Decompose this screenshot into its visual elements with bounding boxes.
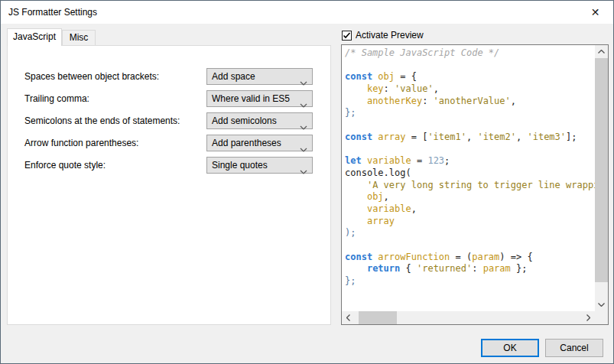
activate-preview-checkbox[interactable] bbox=[342, 31, 352, 41]
arrow-function-parentheses-select[interactable]: Add parentheses bbox=[206, 135, 313, 151]
tab-misc-label: Misc bbox=[70, 32, 89, 43]
combo-value: Single quotes bbox=[212, 160, 268, 171]
horizontal-scrollbar-thumb[interactable] bbox=[359, 311, 397, 324]
chevron-down-icon bbox=[300, 164, 307, 179]
trailing-comma-select[interactable]: Where valid in ES5 bbox=[206, 90, 313, 107]
combo-value: Where valid in ES5 bbox=[212, 93, 290, 104]
horizontal-scrollbar[interactable] bbox=[342, 311, 595, 324]
combo-value: Add space bbox=[212, 71, 255, 82]
scroll-up-icon[interactable] bbox=[595, 45, 608, 58]
ok-button[interactable]: OK bbox=[481, 339, 539, 357]
arrow-function-parentheses-label: Arrow function parentheses: bbox=[24, 138, 138, 148]
window-title: JS Formatter Settings bbox=[8, 7, 97, 18]
scrollbar-corner bbox=[595, 311, 608, 324]
trailing-comma-label: Trailing comma: bbox=[24, 93, 89, 104]
tab-javascript[interactable]: JavaScript bbox=[7, 28, 62, 46]
title-bar: JS Formatter Settings ✕ bbox=[1, 1, 613, 24]
combo-value: Add parentheses bbox=[212, 138, 281, 148]
enforce-quote-style-label: Enforce quote style: bbox=[24, 160, 106, 171]
chevron-down-icon bbox=[300, 97, 307, 112]
semicolons-select[interactable]: Add semicolons bbox=[206, 112, 313, 129]
enforce-quote-style-select[interactable]: Single quotes bbox=[206, 157, 313, 174]
checkmark-icon bbox=[343, 31, 351, 40]
code-content: /* Sample JavaScript Code */const obj = … bbox=[342, 45, 595, 311]
close-icon[interactable]: ✕ bbox=[578, 2, 612, 23]
scroll-down-icon[interactable] bbox=[595, 298, 608, 311]
spaces-between-object-brackets-label: Spaces between object brackets: bbox=[24, 71, 159, 82]
vertical-scrollbar[interactable] bbox=[595, 45, 608, 311]
vertical-scrollbar-thumb[interactable] bbox=[595, 58, 608, 282]
js-formatter-settings-dialog: JS Formatter Settings ✕ JavaScript Misc … bbox=[0, 0, 614, 364]
scroll-right-icon[interactable] bbox=[582, 311, 595, 324]
activate-preview-label[interactable]: Activate Preview bbox=[356, 30, 424, 41]
chevron-down-icon bbox=[300, 141, 307, 157]
javascript-tab-page: Spaces between object brackets: Add spac… bbox=[7, 45, 331, 325]
tab-misc[interactable]: Misc bbox=[62, 30, 96, 46]
combo-value: Add semicolons bbox=[212, 115, 277, 126]
chevron-down-icon bbox=[300, 119, 307, 135]
scroll-left-icon[interactable] bbox=[342, 311, 355, 324]
semicolons-label: Semicolons at the ends of statements: bbox=[24, 115, 180, 126]
chevron-down-icon bbox=[300, 75, 307, 90]
cancel-button[interactable]: Cancel bbox=[545, 339, 603, 357]
tab-javascript-label: JavaScript bbox=[13, 31, 56, 42]
code-preview-panel: /* Sample JavaScript Code */const obj = … bbox=[341, 44, 609, 325]
spaces-between-object-brackets-select[interactable]: Add space bbox=[206, 68, 313, 85]
